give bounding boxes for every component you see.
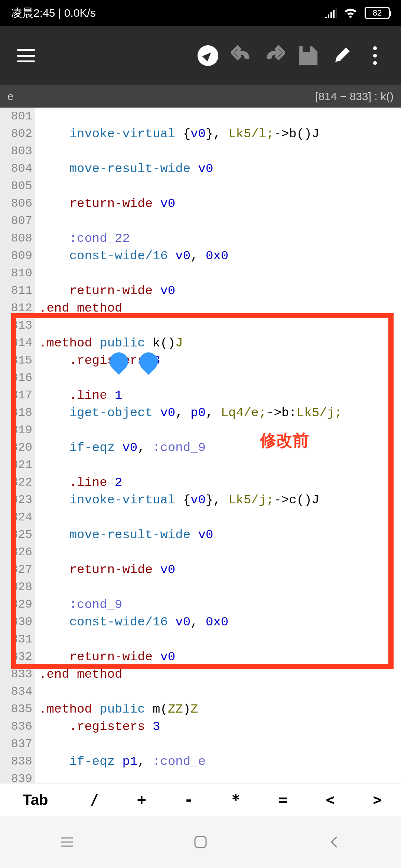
status-time: 凌晨2:45 | 0.0K/s xyxy=(11,6,96,21)
code-line[interactable] xyxy=(35,264,39,282)
line-number: 801 xyxy=(0,108,35,125)
code-line[interactable]: .end method xyxy=(35,299,122,317)
code-line[interactable]: .line 1 xyxy=(35,387,122,404)
code-line[interactable]: .line 2 xyxy=(35,474,122,491)
code-line[interactable] xyxy=(35,509,39,526)
recent-icon xyxy=(60,836,74,848)
more-vert-icon xyxy=(373,46,377,65)
sym-minus[interactable]: - xyxy=(165,783,212,816)
explore-button[interactable] xyxy=(193,41,223,70)
nav-back[interactable] xyxy=(323,831,345,853)
sym-star[interactable]: * xyxy=(212,783,260,816)
code-line[interactable] xyxy=(35,108,39,125)
save-button[interactable] xyxy=(293,41,323,70)
code-line[interactable]: :cond_9 xyxy=(35,596,122,613)
code-line[interactable]: return-wide v0 xyxy=(35,561,175,578)
selection-handle-left[interactable] xyxy=(106,349,132,375)
home-icon xyxy=(193,835,208,849)
code-line[interactable] xyxy=(35,631,39,648)
line-number: 824 xyxy=(0,509,35,526)
line-number: 811 xyxy=(0,282,35,299)
line-number: 810 xyxy=(0,264,35,282)
code-line[interactable]: invoke-virtual {v0}, Lk5/j;->c()J xyxy=(35,491,319,509)
sym-tab[interactable]: Tab xyxy=(0,783,71,816)
edit-button[interactable] xyxy=(327,41,356,70)
line-number: 825 xyxy=(0,526,35,543)
code-line[interactable]: iget-object v0, p0, Lq4/e;->b:Lk5/j; xyxy=(35,404,342,421)
line-number: 805 xyxy=(0,177,35,195)
sym-lt[interactable]: < xyxy=(307,783,354,816)
line-number: 802 xyxy=(0,125,35,142)
code-line[interactable]: return-wide v0 xyxy=(35,648,175,665)
code-line[interactable]: if-eqz p1, :cond_e xyxy=(35,753,206,770)
code-line[interactable]: return-wide v0 xyxy=(35,195,175,212)
undo-button[interactable] xyxy=(226,41,256,70)
sym-slash[interactable]: / xyxy=(71,783,118,816)
code-line[interactable]: move-result-wide v0 xyxy=(35,160,213,177)
line-number: 821 xyxy=(0,456,35,474)
svg-rect-3 xyxy=(195,836,206,848)
code-line[interactable]: const-wide/16 v0, 0x0 xyxy=(35,247,228,264)
status-icons: 82 xyxy=(325,7,390,19)
code-editor[interactable]: 8018028038048058068078088098108118128138… xyxy=(0,108,401,805)
wifi-icon xyxy=(343,7,358,19)
line-number: 834 xyxy=(0,683,35,700)
code-line[interactable]: .method public m(ZZ)Z xyxy=(35,700,198,718)
line-number: 826 xyxy=(0,543,35,561)
line-number: 837 xyxy=(0,735,35,753)
selection-handle-right[interactable] xyxy=(136,349,162,375)
line-number: 814 xyxy=(0,334,35,352)
code-line[interactable]: .registers 3 xyxy=(35,718,160,735)
nav-home[interactable] xyxy=(189,831,212,853)
code-line[interactable] xyxy=(35,683,39,700)
symbol-bar: Tab / + - * = < > xyxy=(0,783,401,816)
code-line[interactable]: return-wide v0 xyxy=(35,282,175,299)
code-area[interactable]: invoke-virtual {v0}, Lk5/l;->b()J move-r… xyxy=(35,108,401,805)
code-line[interactable] xyxy=(35,177,39,195)
line-number: 813 xyxy=(0,317,35,334)
line-number: 807 xyxy=(0,212,35,230)
line-number: 829 xyxy=(0,596,35,613)
menu-button[interactable] xyxy=(11,41,41,70)
line-number: 812 xyxy=(0,299,35,317)
redo-icon xyxy=(264,45,285,66)
line-number: 822 xyxy=(0,474,35,491)
code-line[interactable]: .end method xyxy=(35,665,122,683)
compass-icon xyxy=(198,45,218,66)
code-line[interactable]: move-result-wide v0 xyxy=(35,526,213,543)
code-line[interactable] xyxy=(35,369,39,387)
battery-icon: 82 xyxy=(365,7,390,19)
nav-recent[interactable] xyxy=(56,831,78,853)
code-line[interactable] xyxy=(35,421,39,439)
info-right: [814 − 833] : k() xyxy=(315,90,394,103)
save-icon xyxy=(299,46,317,65)
sym-plus[interactable]: + xyxy=(118,783,165,816)
code-line[interactable] xyxy=(35,456,39,474)
code-line[interactable]: .method public k()J xyxy=(35,334,183,352)
line-number: 830 xyxy=(0,613,35,631)
selection-handles[interactable] xyxy=(110,352,158,371)
line-number: 818 xyxy=(0,404,35,421)
line-number: 817 xyxy=(0,387,35,404)
code-line[interactable]: :cond_22 xyxy=(35,230,130,247)
code-line[interactable] xyxy=(35,317,39,334)
code-line[interactable]: invoke-virtual {v0}, Lk5/l;->b()J xyxy=(35,125,319,142)
code-line[interactable]: if-eqz v0, :cond_9 xyxy=(35,439,206,456)
sym-equals[interactable]: = xyxy=(260,783,307,816)
line-number: 827 xyxy=(0,561,35,578)
signal-icon xyxy=(325,8,336,18)
info-left: e xyxy=(7,90,14,103)
sym-gt[interactable]: > xyxy=(354,783,401,816)
code-line[interactable]: const-wide/16 v0, 0x0 xyxy=(35,613,228,631)
code-line[interactable] xyxy=(35,578,39,596)
code-line[interactable] xyxy=(35,142,39,160)
line-number: 832 xyxy=(0,648,35,665)
redo-button[interactable] xyxy=(260,41,290,70)
code-line[interactable] xyxy=(35,735,39,753)
more-button[interactable] xyxy=(360,41,390,70)
line-number: 809 xyxy=(0,247,35,264)
undo-icon xyxy=(231,45,252,66)
line-number: 831 xyxy=(0,631,35,648)
code-line[interactable] xyxy=(35,212,39,230)
code-line[interactable] xyxy=(35,543,39,561)
